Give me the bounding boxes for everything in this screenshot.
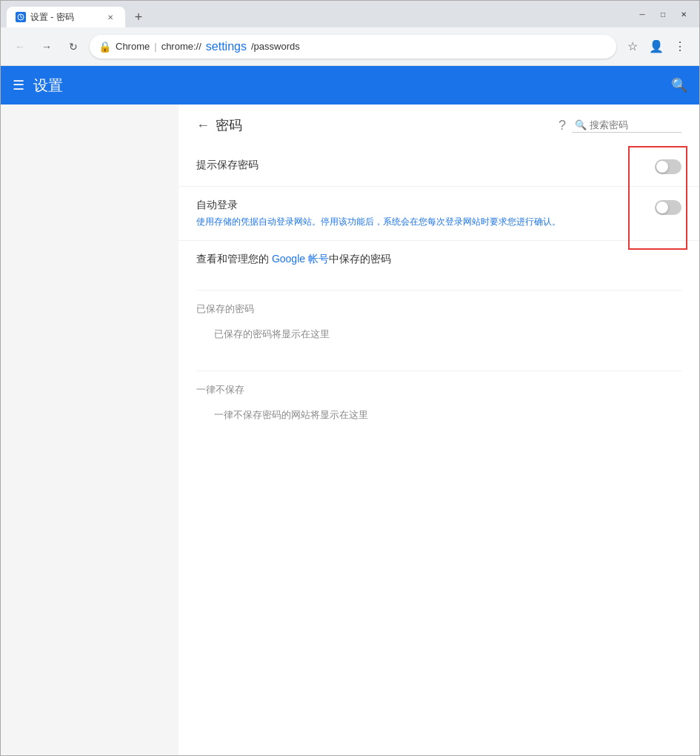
google-account-link[interactable]: Google 帐号 [272,253,329,265]
save-password-label: 提示保存密码 [196,159,259,170]
settings-title: 设置 [33,76,63,96]
address-scheme: chrome:// [161,41,201,52]
save-password-content: 提示保存密码 [196,158,643,172]
save-password-row: 提示保存密码 [179,146,699,187]
google-link-text-before: 查看和管理您的 [196,253,272,265]
secure-icon: 🔒 [99,41,111,53]
saved-passwords-empty: 已保存的密码将显示在这里 [179,322,699,359]
address-separator: | [154,41,156,52]
address-highlight: settings [206,40,247,53]
address-chrome-label: Chrome [116,41,150,52]
auto-login-desc: 使用存储的凭据自动登录网站。停用该功能后，系统会在您每次登录网站时要求您进行确认… [196,215,581,228]
auto-login-row: 自动登录 使用存储的凭据自动登录网站。停用该功能后，系统会在您每次登录网站时要求… [179,187,699,241]
saved-passwords-header: 已保存的密码 [179,291,699,322]
page-header: ← 密码 ? 🔍 [179,105,699,146]
page-title: 密码 [216,116,242,134]
settings-header-left: ☰ 设置 [13,76,63,96]
google-account-link-row: 查看和管理您的 Google 帐号中保存的密码 [179,241,699,278]
profile-button[interactable]: 👤 [646,36,667,57]
auto-login-toggle[interactable] [655,200,681,215]
tab-favicon [16,12,26,22]
toggles-container: 提示保存密码 自动登录 使用存储的凭据自动登录网站。停用该功能后，系统会在您每次… [179,146,699,241]
hamburger-icon[interactable]: ☰ [13,77,24,93]
tab-strip: 设置 - 密码 ✕ + [7,1,630,27]
auto-login-content: 自动登录 使用存储的凭据自动登录网站。停用该功能后，系统会在您每次登录网站时要求… [196,199,643,228]
address-bar: ← → ↻ 🔒 Chrome | chrome://settings/passw… [1,27,699,66]
spacer-1 [179,278,699,290]
title-bar: 设置 - 密码 ✕ + ─ □ ✕ [1,1,699,27]
spacer-2 [179,359,699,371]
settings-search-icon[interactable]: 🔍 [671,77,687,93]
maximize-button[interactable]: □ [653,7,673,21]
search-box[interactable]: 🔍 [572,118,681,133]
page-header-right: ? 🔍 [559,118,681,133]
never-save-header: 一律不保存 [179,371,699,402]
main-content: ← 密码 ? 🔍 提示保存密码 [1,105,699,755]
search-input[interactable] [590,119,679,130]
tab-title: 设置 - 密码 [30,11,100,24]
tab-close-button[interactable]: ✕ [104,11,116,23]
address-path: /passwords [251,41,300,52]
never-save-empty: 一律不保存密码的网站将显示在这里 [179,402,699,440]
reload-button[interactable]: ↻ [63,36,84,57]
menu-button[interactable]: ⋮ [670,36,690,57]
window-controls: ─ □ ✕ [633,7,693,21]
minimize-button[interactable]: ─ [633,7,652,21]
address-input-wrap[interactable]: 🔒 Chrome | chrome://settings/passwords [90,35,616,59]
google-link-text-after: 中保存的密码 [329,253,391,265]
active-tab[interactable]: 设置 - 密码 ✕ [7,7,125,27]
help-icon[interactable]: ? [559,118,566,133]
page-header-left: ← 密码 [196,116,242,134]
sidebar [1,105,179,755]
back-button[interactable]: ← [196,118,210,133]
search-icon: 🔍 [575,119,587,130]
settings-header: ☰ 设置 🔍 [1,66,699,105]
toolbar-icons: ☆ 👤 ⋮ [622,36,690,57]
save-password-toggle[interactable] [655,159,681,174]
close-button[interactable]: ✕ [674,7,693,21]
auto-login-label: 自动登录 [196,199,643,212]
content-area: ← 密码 ? 🔍 提示保存密码 [179,105,699,755]
bookmark-button[interactable]: ☆ [622,36,643,57]
forward-nav-button[interactable]: → [36,36,57,57]
browser-window: 设置 - 密码 ✕ + ─ □ ✕ ← → ↻ 🔒 Chrome | chrom… [0,0,700,756]
back-nav-button[interactable]: ← [10,36,30,57]
new-tab-button[interactable]: + [128,7,149,27]
